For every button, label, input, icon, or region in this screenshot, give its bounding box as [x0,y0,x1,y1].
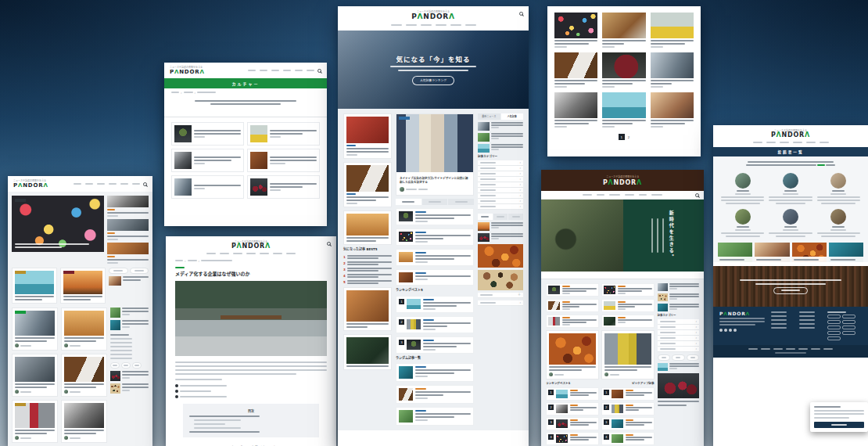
widget-tab[interactable] [109,268,128,274]
search-icon[interactable] [327,242,331,246]
ranking-item[interactable]: 3 [396,336,474,354]
sidebar-article-item[interactable] [110,371,149,381]
article-card[interactable] [12,354,58,397]
article-card[interactable] [12,400,58,443]
nav-item-placeholder[interactable] [450,24,461,26]
sidebar-article-item[interactable] [658,363,699,371]
nav-item-placeholder[interactable] [271,70,279,71]
category-row[interactable]: › [478,177,523,182]
footer-link-placeholder[interactable] [799,311,815,313]
sidebar-article-item[interactable] [110,308,149,318]
article-card[interactable] [792,243,827,262]
article-card[interactable] [651,92,694,128]
footer-link-placeholder[interactable] [799,327,815,329]
author-card[interactable] [769,209,812,237]
nav-item-placeholder[interactable] [465,24,476,26]
featured-article-card[interactable]: ネイティブ広告の設定方法:サイトデザインと自然に調和した広告を設定する [396,113,474,196]
pagination-prev[interactable] [110,362,120,369]
tag-button[interactable] [842,326,855,329]
footer-nav-placeholder[interactable] [798,348,808,350]
sidebar-article-item[interactable] [658,304,699,311]
tab[interactable] [448,199,474,205]
tag-button[interactable] [827,331,841,335]
article-list-item[interactable] [396,407,474,426]
category-link-placeholder[interactable] [110,358,132,359]
nav-item-placeholder[interactable] [625,194,634,196]
nav-item-placeholder[interactable] [793,142,802,143]
article-list-item[interactable] [546,283,599,297]
category-row[interactable]: › [478,199,523,204]
breadcrumb[interactable]: ›› [164,88,327,98]
category-link-placeholder[interactable] [110,338,132,340]
search-icon[interactable] [317,69,321,73]
nav-item-placeholder[interactable] [436,24,447,26]
footer-link-placeholder[interactable] [771,315,787,317]
sidebar-article-item[interactable] [478,133,523,142]
nav-item-placeholder[interactable] [780,142,789,143]
footer-nav-placeholder[interactable] [786,348,795,350]
article-card[interactable] [61,308,107,351]
category-row[interactable]: › [658,325,699,330]
pagination-page[interactable] [121,362,131,369]
footer-link-placeholder[interactable] [771,311,787,313]
site-logo[interactable]: PΛNDORΛ [13,183,59,189]
footer-nav-placeholder[interactable] [773,348,783,350]
article-list-item[interactable] [601,299,655,312]
tab[interactable] [493,214,508,220]
nav-item-placeholder[interactable] [132,183,140,185]
nav-item-placeholder[interactable] [233,253,242,254]
social-icon[interactable] [724,329,727,332]
site-logo[interactable]: PΛNDORΛ [338,13,529,20]
tag-button[interactable] [842,315,855,318]
best5-item[interactable]: 3 [343,268,392,272]
tag-button[interactable] [842,320,855,324]
nav-item-placeholder[interactable] [820,142,829,143]
article-card[interactable] [755,243,789,262]
footer-link-placeholder[interactable] [799,319,815,321]
nav-item-placeholder[interactable] [286,253,296,254]
sub-article-item[interactable] [107,243,149,264]
category-link-placeholder[interactable] [110,354,132,355]
nav-item-placeholder[interactable] [109,183,117,185]
nav-item-placeholder[interactable] [97,183,105,185]
ranking-item[interactable]: 1 [396,296,474,313]
footer-nav-placeholder[interactable] [761,348,770,350]
cookie-accept-button[interactable] [814,422,864,428]
search-icon[interactable] [519,12,523,16]
footer-link-placeholder[interactable] [771,319,787,321]
nav-item-placeholder[interactable] [609,194,620,196]
article-card[interactable] [343,287,392,331]
category-row[interactable]: › [478,171,523,177]
toc-link[interactable] [189,431,260,433]
sidebar-article-item[interactable] [110,383,149,394]
tag-button[interactable] [827,326,841,329]
category-row[interactable]: › [658,336,699,341]
nav-item-placeholder[interactable] [120,183,128,185]
sidebar-article-item[interactable] [110,320,149,330]
nav-item-placeholder[interactable] [406,24,417,26]
article-list-item[interactable] [247,149,320,172]
category-row[interactable]: › [658,347,699,352]
nav-item-placeholder[interactable] [74,183,81,185]
sidebar-article-item[interactable] [478,144,523,153]
pickup-item[interactable]: 1 [601,387,655,401]
article-list-item[interactable] [247,175,320,199]
article-card[interactable] [61,354,107,397]
author-card[interactable] [817,209,860,237]
article-card[interactable] [829,243,863,262]
nav-item-placeholder[interactable] [806,142,816,143]
article-card[interactable] [601,330,655,379]
footer-link-placeholder[interactable] [799,323,815,325]
nav-item-placeholder[interactable] [260,253,269,254]
category-row[interactable]: › [478,160,523,166]
pagination-prev[interactable] [658,354,670,361]
tag-button[interactable] [827,315,841,318]
search-icon[interactable] [143,182,147,186]
site-logo[interactable]: PΛNDORΛ [166,243,336,250]
category-row[interactable]: › [658,330,699,336]
nav-item-placeholder[interactable] [753,142,762,143]
nav-item-placeholder[interactable] [248,70,256,71]
sub-article-item[interactable] [107,219,149,240]
footer-link-placeholder[interactable] [771,323,787,325]
nav-item-placeholder[interactable] [260,70,267,71]
